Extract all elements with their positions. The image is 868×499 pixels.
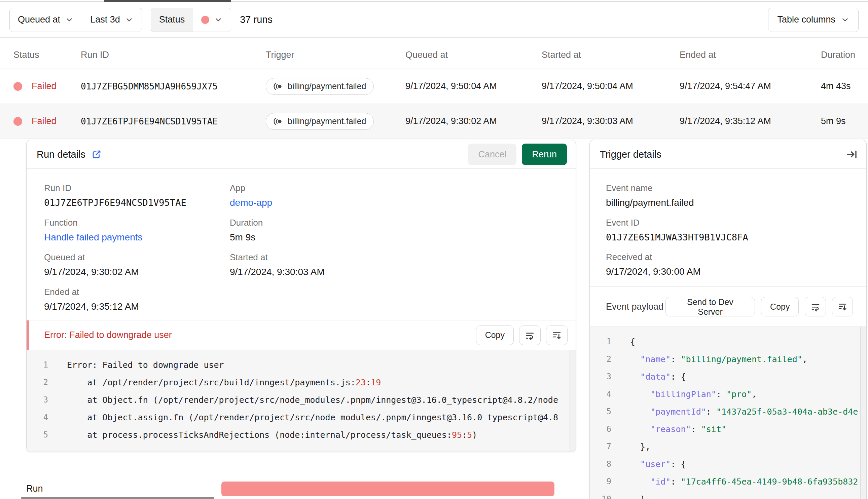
line-number: 4 — [27, 413, 48, 422]
trigger-badge[interactable]: billing/payment.failed — [266, 113, 374, 130]
error-accent-stripe — [27, 320, 29, 350]
line-number: 1 — [27, 360, 48, 369]
table-columns-button[interactable]: Table columns — [768, 8, 859, 32]
run-timeline: Run — [0, 479, 868, 499]
trigger-details-title: Trigger details — [600, 149, 661, 160]
filter-toolbar: Queued at Last 3d Status 37 runs Table c… — [0, 2, 868, 38]
table-columns-label: Table columns — [777, 14, 835, 25]
field-started-at: Started at9/17/2024, 9:30:03 AM — [230, 252, 562, 277]
code-line: 6 "reason": "sit" — [590, 420, 859, 438]
field-function: FunctionHandle failed payments — [44, 218, 230, 243]
rerun-button[interactable]: Rerun — [522, 144, 567, 165]
table-row[interactable]: Failed01J7ZE6TPJF6E94NCSD1V95TAEbilling/… — [0, 104, 868, 139]
run-details-panel: Run details Cancel Rerun Run ID01J7ZE6TP… — [26, 140, 576, 452]
code-text: "reason": "sit" — [630, 424, 726, 434]
text-wrap-icon[interactable] — [805, 297, 825, 316]
error-stack-trace[interactable]: 1Error: Failed to downgrade user2 at /op… — [27, 350, 576, 452]
field-value[interactable]: Handle failed payments — [44, 232, 230, 243]
run-id-cell: 01J7ZFBG5DMM85MJA9H659JX75 — [81, 81, 266, 92]
runs-table-body: Failed01J7ZFBG5DMM85MJA9H659JX75billing/… — [0, 69, 868, 139]
field-value: billing/payment.failed — [606, 197, 853, 208]
field-label: Received at — [606, 252, 853, 262]
copy-payload-button[interactable]: Copy — [761, 297, 799, 316]
copy-error-button[interactable]: Copy — [476, 326, 514, 345]
chevron-down-icon — [214, 15, 223, 24]
code-line: 8 "user": { — [590, 455, 859, 473]
duration-cell: 4m 43s — [821, 81, 855, 92]
status-filter-value-button[interactable] — [193, 8, 231, 32]
table-row[interactable]: Failed01J7ZFBG5DMM85MJA9H659JX75billing/… — [0, 69, 868, 104]
field-queued-at: Queued at9/17/2024, 9:30:02 AM — [44, 252, 230, 277]
field-label: Ended at — [44, 287, 230, 297]
external-link-icon[interactable] — [92, 149, 101, 159]
code-line: 4 at Object.assign.fn (/opt/render/proje… — [27, 409, 569, 426]
queued-at-cell: 9/17/2024, 9:50:04 AM — [406, 81, 542, 92]
column-header-started-at: Started at — [542, 50, 679, 60]
field-value: 9/17/2024, 9:30:00 AM — [606, 266, 853, 277]
code-text: "user": { — [630, 459, 686, 469]
field-label: Event name — [606, 183, 853, 193]
column-header-trigger: Trigger — [266, 50, 406, 60]
trigger-details-fields: Event namebilling/payment.failedEvent ID… — [590, 169, 866, 277]
code-text: "paymentId": "1437a25f-05a3-404a-ab3e-d4… — [630, 407, 858, 417]
scrollbar[interactable] — [860, 327, 866, 499]
field-run-id: Run ID01J7ZE6TPJF6E94NCSD1V95TAE — [44, 183, 230, 208]
column-header-status: Status — [13, 50, 81, 60]
field-label: App — [230, 183, 562, 193]
send-to-dev-server-button[interactable]: Send to Dev Server — [665, 297, 755, 316]
started-at-cell: 9/17/2024, 9:30:03 AM — [542, 116, 679, 126]
ended-at-cell: 9/17/2024, 9:35:12 AM — [679, 116, 821, 126]
duration-cell: 5m 9s — [821, 116, 855, 126]
error-section-header: Error: Failed to downgrade user Copy — [27, 320, 576, 350]
scroll-to-bottom-icon[interactable] — [546, 326, 568, 345]
error-actions: Copy — [476, 326, 568, 345]
timeline-run-label: Run — [26, 484, 43, 494]
trigger-badge[interactable]: billing/payment.failed — [266, 78, 374, 95]
status-filter-label[interactable]: Status — [151, 8, 193, 32]
code-line: 1Error: Failed to downgrade user — [27, 356, 569, 374]
event-payload-code[interactable]: 1{2 "name": "billing/payment.failed",3 "… — [590, 327, 866, 499]
queued-at-filter-button[interactable]: Queued at — [10, 8, 82, 32]
field-value: 9/17/2024, 9:30:02 AM — [44, 267, 230, 277]
field-value[interactable]: demo-app — [230, 197, 562, 208]
column-header-queued-at: Queued at — [406, 50, 542, 60]
text-wrap-icon[interactable] — [519, 326, 541, 345]
code-line: 2 "name": "billing/payment.failed", — [590, 350, 859, 368]
runs-table-header: StatusRun IDTriggerQueued atStarted atEn… — [0, 38, 868, 69]
time-range-filter-button[interactable]: Last 3d — [82, 8, 142, 32]
trigger-cell: billing/payment.failed — [266, 78, 406, 95]
event-icon — [274, 82, 283, 91]
chevron-down-icon — [841, 15, 849, 24]
collapse-panel-icon[interactable] — [846, 149, 858, 160]
failed-status-dot — [201, 16, 209, 24]
run-id-cell: 01J7ZE6TPJF6E94NCSD1V95TAE — [81, 116, 266, 126]
partial-row-edge — [21, 497, 214, 499]
line-number: 7 — [590, 442, 611, 451]
field-value: 9/17/2024, 9:35:12 AM — [44, 301, 230, 312]
line-number: 5 — [590, 407, 611, 416]
line-number: 2 — [27, 378, 48, 387]
run-details-fields: Run ID01J7ZE6TPJF6E94NCSD1V95TAEAppdemo-… — [27, 169, 576, 320]
line-number: 6 — [590, 424, 611, 434]
code-text: }, — [630, 442, 650, 452]
scrollbar[interactable] — [570, 350, 576, 452]
line-number: 3 — [27, 395, 48, 404]
event-payload-label: Event payload — [606, 300, 665, 313]
cancel-button[interactable]: Cancel — [468, 144, 516, 165]
code-line: 7 }, — [590, 438, 859, 455]
trigger-details-header: Trigger details — [590, 140, 866, 169]
active-tab-indicator — [104, 0, 231, 2]
line-number: 2 — [590, 354, 611, 364]
line-number: 1 — [590, 337, 611, 346]
run-timeline-bar[interactable] — [221, 482, 554, 496]
runs-table: StatusRun IDTriggerQueued atStarted atEn… — [0, 38, 868, 139]
code-line: 3 "data": { — [590, 368, 859, 385]
code-line: 3 at Object.fn (/opt/render/project/src/… — [27, 391, 569, 409]
scroll-to-bottom-icon[interactable] — [832, 297, 853, 316]
runs-table-header-row: StatusRun IDTriggerQueued atStarted atEn… — [0, 38, 868, 69]
error-title: Error: Failed to downgrade user — [44, 330, 172, 340]
code-text: "data": { — [630, 372, 686, 382]
line-number: 4 — [590, 389, 611, 399]
field-value: 5m 9s — [230, 232, 562, 243]
trigger-cell: billing/payment.failed — [266, 113, 406, 130]
